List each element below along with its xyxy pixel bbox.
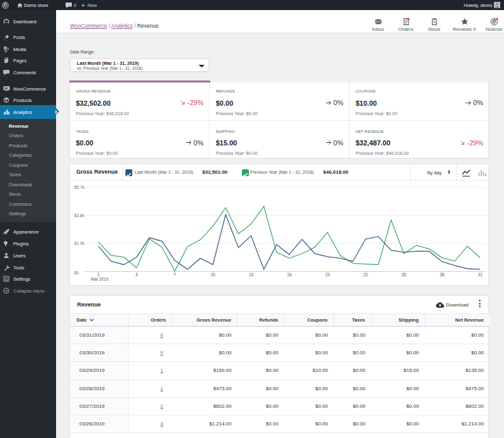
svg-text:1: 1 bbox=[97, 272, 100, 276]
svg-text:7: 7 bbox=[174, 272, 176, 276]
svg-text:31: 31 bbox=[478, 272, 483, 276]
svg-text:$1.9k: $1.9k bbox=[74, 241, 85, 245]
svg-text:25: 25 bbox=[401, 272, 406, 276]
svg-text:19: 19 bbox=[325, 272, 330, 276]
svg-text:$0: $0 bbox=[74, 270, 79, 274]
svg-text:4: 4 bbox=[135, 272, 138, 276]
svg-text:$5.7k: $5.7k bbox=[74, 185, 85, 189]
svg-text:Mar 2019: Mar 2019 bbox=[91, 277, 108, 281]
svg-text:10: 10 bbox=[210, 272, 215, 276]
svg-text:22: 22 bbox=[364, 272, 369, 276]
svg-text:$3.8k: $3.8k bbox=[74, 213, 85, 217]
svg-text:28: 28 bbox=[440, 272, 445, 276]
svg-text:16: 16 bbox=[287, 272, 292, 276]
svg-text:13: 13 bbox=[249, 272, 254, 276]
